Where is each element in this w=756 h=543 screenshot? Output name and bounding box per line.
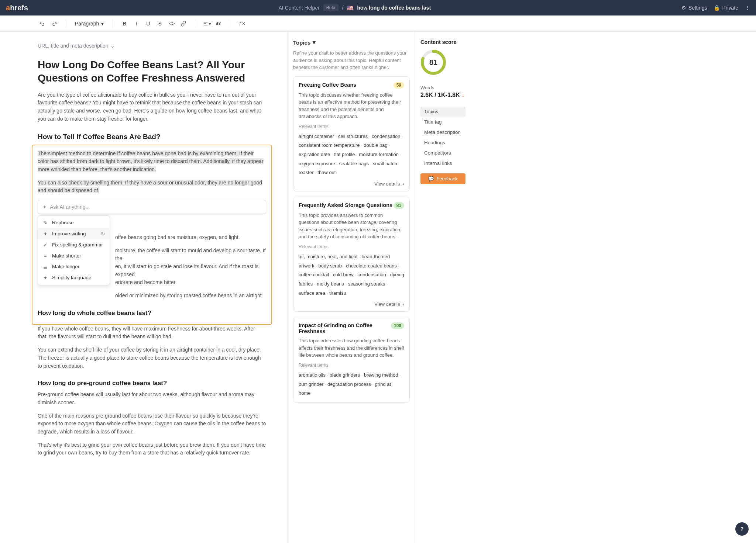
pre-paragraph-1[interactable]: Pre-ground coffee beans will usually las…: [38, 391, 266, 407]
heading-how-to-tell[interactable]: How to Tell If Coffee Beans Are Bad?: [38, 133, 266, 141]
highlighted-paragraph-2[interactable]: You can also check by smelling them. If …: [38, 179, 266, 195]
whole-paragraph-2[interactable]: You can extend the shelf life of your co…: [38, 346, 266, 370]
help-button[interactable]: ?: [735, 522, 749, 536]
score-nav-item[interactable]: Title tag: [420, 117, 465, 127]
ai-ask-input[interactable]: ✦ Ask AI anything...: [38, 200, 266, 214]
link-button[interactable]: [178, 18, 189, 29]
beta-badge: Beta: [323, 4, 339, 11]
lock-icon: 🔒: [714, 5, 720, 11]
score-column: Content score 81 Words 2.6K / 1K-1.8K ↓ …: [415, 32, 471, 543]
score-nav-item[interactable]: Headings: [420, 138, 465, 148]
ai-menu-simplify[interactable]: ✦Simplify language: [38, 272, 110, 283]
ai-action-menu: ✎Rephrase ✦Improve writing↻ ✓Fix spellin…: [38, 215, 110, 285]
relevant-terms: air, moisture, heat, and lightbean-theme…: [299, 252, 404, 298]
topics-description: Refine your draft to better address the …: [293, 49, 410, 71]
ai-placeholder: Ask AI anything...: [50, 204, 90, 210]
relevant-terms-label: Relevant terms: [299, 363, 404, 368]
ai-menu-improve-writing[interactable]: ✦Improve writing↻: [38, 228, 110, 239]
topic-desc: This topic discusses whether freezing co…: [299, 91, 404, 120]
align-button[interactable]: ▾: [201, 18, 212, 29]
highlighted-paragraph-1[interactable]: The simplest method to determine if coff…: [38, 150, 266, 174]
text-behind-menu: offee beans going bad are moisture, oxyg…: [115, 234, 266, 317]
relevant-terms: airtight containercell structurescondens…: [299, 132, 404, 177]
chevron-down-icon: ▾: [313, 39, 316, 46]
score-nav-item[interactable]: Meta description: [420, 127, 465, 137]
refresh-icon: ↻: [101, 231, 105, 237]
check-icon: ✓: [42, 242, 48, 248]
score-nav-item[interactable]: Competitors: [420, 148, 465, 158]
content-score-title: Content score: [420, 39, 465, 45]
article-title[interactable]: How Long Do Coffee Beans Last? All Your …: [38, 58, 266, 85]
topic-title: Freezing Coffee Beans: [299, 82, 356, 88]
redo-button[interactable]: [49, 18, 60, 29]
code-button[interactable]: <>: [166, 18, 177, 29]
meta-toggle-label: URL, title and meta description: [38, 43, 108, 49]
chevron-down-icon: ⌄: [110, 43, 115, 49]
clear-format-button[interactable]: T✕: [236, 18, 247, 29]
undo-button[interactable]: [37, 18, 48, 29]
editor-column: URL, title and meta description ⌄ How Lo…: [0, 32, 288, 543]
content-score-ring: 81: [420, 49, 446, 75]
pencil-icon: ✎: [42, 220, 48, 226]
view-details-link[interactable]: View details ›: [299, 301, 404, 307]
ai-menu-make-shorter[interactable]: ≡Make shorter: [38, 250, 110, 261]
block-type-dropdown[interactable]: Paragraph ▾: [72, 19, 107, 28]
flag-icon: 🇺🇸: [347, 5, 353, 11]
score-nav-item[interactable]: Internal links: [420, 158, 465, 168]
score-nav-item[interactable]: Topics: [420, 107, 465, 117]
ahrefs-logo: ahrefs: [6, 4, 28, 12]
topic-score-pill: 81: [394, 202, 404, 209]
topbar-center: AI Content Helper Beta / 🇺🇸 how long do …: [28, 4, 681, 11]
more-menu-button[interactable]: ⋮: [745, 5, 750, 11]
whole-paragraph-1[interactable]: If you have whole coffee beans, they wil…: [38, 325, 266, 341]
underline-button[interactable]: U: [142, 18, 154, 29]
ai-menu-rephrase[interactable]: ✎Rephrase: [38, 217, 110, 228]
ai-selection-box: The simplest method to determine if coff…: [32, 145, 272, 325]
keyword: how long do coffee beans last: [357, 5, 431, 11]
settings-label: Settings: [688, 5, 707, 11]
feedback-label: Feedback: [436, 176, 457, 181]
main-layout: URL, title and meta description ⌄ How Lo…: [0, 32, 756, 543]
topic-desc: This topic provides answers to common qu…: [299, 212, 404, 241]
topic-card: Freezing Coffee Beans59This topic discus…: [293, 76, 410, 191]
private-button[interactable]: 🔒 Private: [714, 5, 738, 11]
topics-header-label: Topics: [293, 39, 310, 46]
heading-whole-beans[interactable]: How long do whole coffee beans last?: [38, 309, 266, 317]
pre-paragraph-2[interactable]: One of the main reasons pre-ground coffe…: [38, 412, 266, 436]
arrow-down-icon: ↓: [461, 92, 464, 98]
relevant-terms-label: Relevant terms: [299, 244, 404, 249]
topic-score-pill: 59: [394, 82, 404, 89]
topic-card: Impact of Grinding on Coffee Freshness10…: [293, 317, 410, 403]
ai-menu-make-longer[interactable]: ≣Make longer: [38, 261, 110, 272]
view-details-link[interactable]: View details ›: [299, 181, 404, 187]
topic-desc: This topic addresses how grinding coffee…: [299, 337, 404, 359]
app-name: AI Content Helper: [279, 5, 320, 11]
topic-title: Impact of Grinding on Coffee Freshness: [299, 322, 391, 334]
words-label: Words: [420, 85, 465, 90]
strikethrough-button[interactable]: S: [154, 18, 165, 29]
pre-paragraph-3[interactable]: That's why it's best to grind your own c…: [38, 441, 266, 457]
topics-header[interactable]: Topics ▾: [293, 39, 410, 46]
sparkle-icon: ✦: [42, 275, 48, 281]
heading-pre-ground[interactable]: How long do pre-ground coffee beans last…: [38, 380, 266, 387]
settings-button[interactable]: ⚙ Settings: [681, 5, 707, 11]
chevron-down-icon: ▾: [101, 21, 104, 27]
meta-toggle[interactable]: URL, title and meta description ⌄: [38, 43, 266, 49]
gear-icon: ⚙: [681, 5, 686, 11]
chat-icon: 💬: [428, 176, 434, 181]
topic-card: Frequently Asked Storage Questions81This…: [293, 197, 410, 312]
block-type-label: Paragraph: [75, 21, 99, 27]
ai-menu-fix-spelling[interactable]: ✓Fix spelling & grammar: [38, 239, 110, 250]
avoided-paragraph[interactable]: oided or minimized by storing roasted co…: [38, 292, 266, 300]
bold-button[interactable]: B: [119, 18, 130, 29]
quote-button[interactable]: [213, 18, 224, 29]
relevant-terms-label: Relevant terms: [299, 124, 404, 129]
lines-long-icon: ≣: [42, 264, 48, 270]
intro-paragraph[interactable]: Are you the type of coffee aficionado to…: [38, 91, 266, 123]
private-label: Private: [722, 5, 738, 11]
feedback-button[interactable]: 💬 Feedback: [420, 173, 465, 184]
sparkle-icon: ✦: [42, 231, 48, 237]
topic-score-pill: 100: [391, 322, 404, 329]
italic-button[interactable]: I: [131, 18, 142, 29]
editor-toolbar: Paragraph ▾ B I U S <> ▾ T✕: [0, 15, 756, 32]
